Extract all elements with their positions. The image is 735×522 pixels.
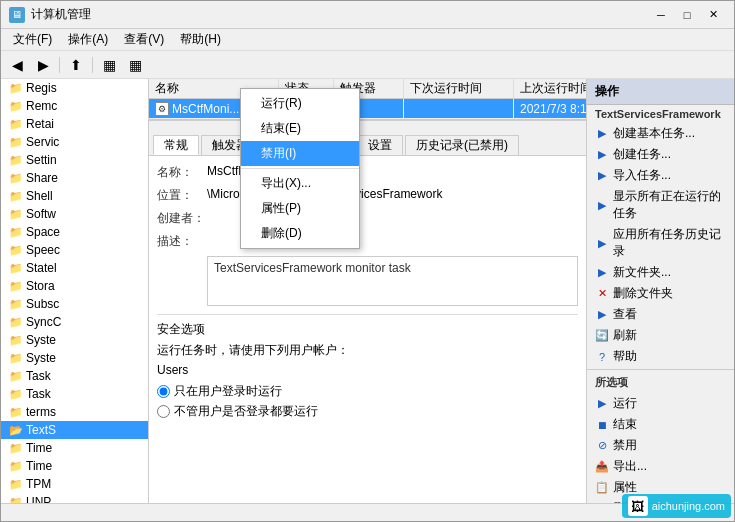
action-create-basic-label: 创建基本任务... xyxy=(613,125,695,142)
end-icon: ⏹ xyxy=(595,418,609,432)
action-create-task[interactable]: ▶ 创建任务... xyxy=(587,144,734,165)
tree-item-regis[interactable]: 📁 Regis xyxy=(1,79,148,97)
tree-item-syste[interactable]: 📁 Syste xyxy=(1,349,148,367)
tree-item-texts[interactable]: 📂 TextS xyxy=(1,421,148,439)
action-delete-folder[interactable]: ✕ 删除文件夹 xyxy=(587,283,734,304)
horizontal-scrollbar[interactable] xyxy=(149,120,586,132)
action-help-folder[interactable]: ? 帮助 xyxy=(587,346,734,367)
menu-help[interactable]: 帮助(H) xyxy=(172,29,229,50)
forward-button[interactable]: ▶ xyxy=(31,54,55,76)
tree-item-stora[interactable]: 📁 Stora xyxy=(1,277,148,295)
menu-action[interactable]: 操作(A) xyxy=(60,29,116,50)
folder-icon: 📁 xyxy=(9,280,23,292)
action-view[interactable]: ▶ 查看 xyxy=(587,304,734,325)
action-show-running[interactable]: ▶ 显示所有正在运行的任务 xyxy=(587,186,734,224)
folder-icon: 📁 xyxy=(9,154,23,166)
tree-item-remc[interactable]: 📁 Remc xyxy=(1,97,148,115)
properties-button[interactable]: ▦ xyxy=(123,54,147,76)
folder-icon: 📁 xyxy=(9,172,23,184)
tree-item-space[interactable]: 📁 Space xyxy=(1,223,148,241)
radio-login[interactable] xyxy=(157,385,170,398)
menu-file[interactable]: 文件(F) xyxy=(5,29,60,50)
toolbar: ◀ ▶ ⬆ ▦ ▦ xyxy=(1,51,734,79)
disable-icon: ⊘ xyxy=(595,439,609,453)
show-button[interactable]: ▦ xyxy=(97,54,121,76)
action-import[interactable]: ▶ 导入任务... xyxy=(587,165,734,186)
tab-history[interactable]: 历史记录(已禁用) xyxy=(405,135,519,155)
tree-item-retai[interactable]: 📁 Retai xyxy=(1,115,148,133)
tree-item-unp[interactable]: 📁 UNP xyxy=(1,493,148,503)
tab-general[interactable]: 常规 xyxy=(153,135,199,155)
tree-item-syncc[interactable]: 📁 SyncC xyxy=(1,313,148,331)
left-panel[interactable]: 📁 Regis 📁 Remc 📁 Retai 📁 Servic 📁 Settin… xyxy=(1,79,149,503)
menu-bar: 文件(F) 操作(A) 查看(V) 帮助(H) xyxy=(1,29,734,51)
folder-icon: 📁 xyxy=(9,208,23,220)
ctx-disable[interactable]: 禁用(I) xyxy=(241,141,359,166)
ctx-end[interactable]: 结束(E) xyxy=(241,116,359,141)
detail-desc-box: TextServicesFramework monitor task xyxy=(207,256,578,306)
ctx-export[interactable]: 导出(X)... xyxy=(241,171,359,196)
detail-location-label: 位置： xyxy=(157,187,207,204)
security-section: 安全选项 运行任务时，请使用下列用户帐户： Users 只在用户登录时运行 不管… xyxy=(157,314,578,420)
watermark-icon: 🖼 xyxy=(628,496,648,516)
watermark-text: aichunjing.com xyxy=(652,500,725,512)
detail-row-desc: 描述： xyxy=(157,233,578,250)
folder-icon: 📁 xyxy=(9,262,23,274)
tree-item-time2[interactable]: 📁 Time xyxy=(1,457,148,475)
folder-icon: 📁 xyxy=(9,478,23,490)
ctx-run[interactable]: 运行(R) xyxy=(241,91,359,116)
ctx-separator xyxy=(241,168,359,169)
action-refresh-label: 刷新 xyxy=(613,327,637,344)
tree-item-time1[interactable]: 📁 Time xyxy=(1,439,148,457)
action-new-folder[interactable]: ▶ 新文件夹... xyxy=(587,262,734,283)
action-disable[interactable]: ⊘ 禁用 xyxy=(587,435,734,456)
tree-item-servic[interactable]: 📁 Servic xyxy=(1,133,148,151)
up-button[interactable]: ⬆ xyxy=(64,54,88,76)
center-panel: 名称 状态 触发器 下次运行时间 上次运行时间 上次运行结果 ⚙ MsCtfMo… xyxy=(149,79,586,503)
action-export[interactable]: 📤 导出... xyxy=(587,456,734,477)
action-create-basic[interactable]: ▶ 创建基本任务... xyxy=(587,123,734,144)
new-folder-icon: ▶ xyxy=(595,266,609,280)
radio-login-label: 只在用户登录时运行 xyxy=(174,383,282,400)
tree-item-share[interactable]: 📁 Share xyxy=(1,169,148,187)
tree-item-sysm[interactable]: 📁 Syste xyxy=(1,331,148,349)
tree-item-task2[interactable]: 📁 Task xyxy=(1,385,148,403)
radio-always[interactable] xyxy=(157,405,170,418)
detail-row-author: 创建者： xyxy=(157,210,578,227)
folder-icon: 📁 xyxy=(9,118,23,130)
close-button[interactable]: ✕ xyxy=(700,5,726,25)
detail-content: 名称： MsCtfMonitor 位置： \Microsoft\Windows\… xyxy=(149,156,586,503)
selected-section-title: 所选项 xyxy=(587,372,734,393)
folder-icon: 📁 xyxy=(9,460,23,472)
tree-item-settin[interactable]: 📁 Settin xyxy=(1,151,148,169)
tab-settings[interactable]: 设置 xyxy=(357,135,403,155)
tree-item-terms[interactable]: 📁 terms xyxy=(1,403,148,421)
show-running-icon: ▶ xyxy=(595,198,609,212)
back-button[interactable]: ◀ xyxy=(5,54,29,76)
action-end[interactable]: ⏹ 结束 xyxy=(587,414,734,435)
app-icon: 🖥 xyxy=(9,7,25,23)
main-window: 🖥 计算机管理 ─ □ ✕ 文件(F) 操作(A) 查看(V) 帮助(H) ◀ … xyxy=(0,0,735,522)
action-run[interactable]: ▶ 运行 xyxy=(587,393,734,414)
action-export-label: 导出... xyxy=(613,458,647,475)
tree-item-statel[interactable]: 📁 Statel xyxy=(1,259,148,277)
tree-item-shell[interactable]: 📁 Shell xyxy=(1,187,148,205)
cell-next-run xyxy=(404,99,514,118)
tree-item-tpm[interactable]: 📁 TPM xyxy=(1,475,148,493)
tree-item-subsc[interactable]: 📁 Subsc xyxy=(1,295,148,313)
ctx-delete[interactable]: 删除(D) xyxy=(241,221,359,246)
tree-item-task1[interactable]: 📁 Task xyxy=(1,367,148,385)
detail-row-location: 位置： \Microsoft\Windows\TextServicesFrame… xyxy=(157,187,578,204)
maximize-button[interactable]: □ xyxy=(674,5,700,25)
folder-icon: 📁 xyxy=(9,352,23,364)
action-history[interactable]: ▶ 应用所有任务历史记录 xyxy=(587,224,734,262)
minimize-button[interactable]: ─ xyxy=(648,5,674,25)
task-section-title: TextServicesFramework xyxy=(587,105,734,123)
action-refresh[interactable]: 🔄 刷新 xyxy=(587,325,734,346)
table-row[interactable]: ⚙ MsCtfMoni... 准备... 2021/7/3 8:19:15 操作… xyxy=(149,99,586,119)
tree-item-speec[interactable]: 📁 Speec xyxy=(1,241,148,259)
detail-row-name: 名称： MsCtfMonitor xyxy=(157,164,578,181)
tree-item-softw[interactable]: 📁 Softw xyxy=(1,205,148,223)
menu-view[interactable]: 查看(V) xyxy=(116,29,172,50)
ctx-properties[interactable]: 属性(P) xyxy=(241,196,359,221)
